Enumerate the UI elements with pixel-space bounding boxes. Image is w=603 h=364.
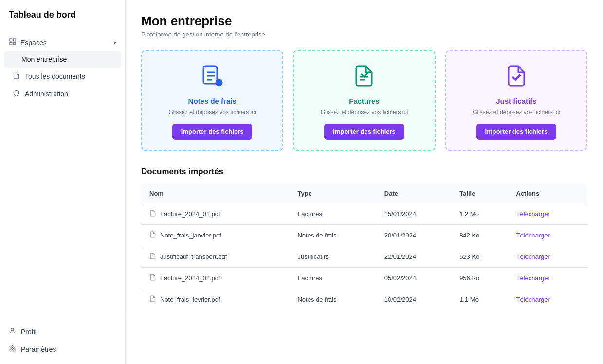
svg-point-5 [12, 348, 14, 350]
table-row: Justificatif_transport.pdf Justificatifs… [142, 246, 587, 268]
cell-taille: 1.2 Mo [452, 203, 508, 225]
svg-rect-0 [10, 39, 12, 41]
cell-nom: Note_frais_fevrier.pdf [142, 289, 290, 310]
shield-icon [13, 90, 20, 98]
cell-type: Factures [290, 203, 376, 225]
administration-label: Administration [25, 90, 68, 98]
sidebar-espaces-group[interactable]: Espaces ▾ [0, 34, 125, 51]
profil-label: Profil [21, 328, 37, 336]
cell-action: Télécharger [509, 289, 587, 310]
cell-action: Télécharger [509, 203, 587, 225]
table-row: Note_frais_janvier.pdf Notes de frais20/… [142, 225, 587, 246]
import-justificatifs-button[interactable]: Importer des fichiers [476, 124, 557, 140]
main-content: Mon entreprise Plateforme de gestion int… [126, 0, 603, 364]
card-notes-title: Notes de frais [188, 97, 237, 105]
notes-de-frais-icon: $ [201, 64, 224, 92]
file-name-text: Justificatif_transport.pdf [160, 253, 227, 260]
chevron-down-icon: ▾ [113, 39, 116, 46]
import-factures-button[interactable]: Importer des fichiers [324, 124, 404, 140]
sidebar-bottom: Profil Paramètres [0, 317, 125, 364]
sidebar-item-profil[interactable]: Profil [0, 323, 125, 341]
gear-icon [9, 345, 16, 354]
telecharger-link[interactable]: Télécharger [516, 210, 550, 218]
telecharger-link[interactable]: Télécharger [516, 232, 550, 239]
svg-rect-3 [13, 42, 16, 45]
cell-type: Factures [290, 268, 376, 289]
cell-nom: Justificatif_transport.pdf [142, 246, 290, 268]
sidebar: Tableau de bord Espaces ▾ Mon entreprise… [0, 0, 126, 364]
page-subtitle: Plateforme de gestion interne de l'entre… [141, 31, 587, 38]
svg-point-4 [11, 328, 14, 331]
file-name-text: Note_frais_janvier.pdf [160, 232, 221, 239]
file-name-text: Note_frais_fevrier.pdf [160, 296, 220, 303]
col-header-type: Type [290, 184, 376, 203]
cell-taille: 1.1 Mo [452, 289, 508, 310]
cell-taille: 842 Ko [452, 225, 508, 246]
file-icon [149, 295, 156, 304]
tous-documents-label: Tous les documents [25, 73, 85, 80]
file-icon [149, 210, 156, 218]
col-header-nom: Nom [142, 184, 290, 203]
cell-type: Notes de frais [290, 289, 376, 310]
svg-text:$: $ [218, 80, 220, 86]
cell-nom: Note_frais_janvier.pdf [142, 225, 290, 246]
table-row: Note_frais_fevrier.pdf Notes de frais10/… [142, 289, 587, 310]
telecharger-link[interactable]: Télécharger [516, 296, 550, 303]
card-factures-title: Factures [349, 97, 380, 105]
page-title: Mon entreprise [141, 14, 587, 29]
col-header-taille: Taille [452, 184, 508, 203]
cell-nom: Facture_2024_01.pdf [142, 203, 290, 225]
file-icon [149, 253, 156, 261]
documents-table: Nom Type Date Taille Actions Facture_202… [141, 183, 587, 310]
file-name-text: Facture_2024_01.pdf [160, 210, 220, 218]
telecharger-link[interactable]: Télécharger [516, 274, 550, 282]
cell-date: 22/01/2024 [377, 246, 452, 268]
col-header-date: Date [377, 184, 452, 203]
espaces-label: Espaces [20, 39, 47, 47]
svg-rect-6 [203, 66, 217, 84]
svg-rect-1 [13, 39, 16, 41]
cell-type: Notes de frais [290, 225, 376, 246]
documents-section-title: Documents importés [141, 167, 587, 177]
table-row: Facture_2024_02.pdf Factures05/02/202495… [142, 268, 587, 289]
svg-rect-2 [10, 42, 12, 45]
document-icon [13, 72, 20, 81]
sidebar-section: Espaces ▾ Mon entreprise Tous les docume… [0, 28, 125, 317]
card-justificatifs-title: Justificatifs [496, 97, 536, 105]
card-justificatifs-desc: Glissez et déposez vos fichiers ici [473, 109, 560, 116]
file-icon [149, 274, 156, 282]
sidebar-item-administration[interactable]: Administration [4, 85, 121, 103]
sidebar-title: Tableau de bord [0, 0, 125, 28]
justificatifs-icon [505, 64, 528, 92]
cell-date: 10/02/2024 [377, 289, 452, 310]
cell-date: 05/02/2024 [377, 268, 452, 289]
upload-card-factures: Factures Glissez et déposez vos fichiers… [293, 50, 435, 151]
cell-taille: 956 Ko [452, 268, 508, 289]
card-factures-desc: Glissez et déposez vos fichiers ici [321, 109, 408, 116]
cell-action: Télécharger [509, 246, 587, 268]
file-name-text: Facture_2024_02.pdf [160, 274, 220, 282]
cell-taille: 523 Ko [452, 246, 508, 268]
table-row: Facture_2024_01.pdf Factures15/01/20241.… [142, 203, 587, 225]
mon-entreprise-label: Mon entreprise [21, 55, 67, 63]
import-notes-button[interactable]: Importer des fichiers [172, 124, 253, 140]
parametres-label: Paramètres [21, 346, 56, 353]
sidebar-item-mon-entreprise[interactable]: Mon entreprise [4, 51, 121, 68]
card-notes-desc: Glissez et déposez vos fichiers ici [168, 109, 256, 116]
espaces-icon [9, 38, 17, 47]
cell-nom: Facture_2024_02.pdf [142, 268, 290, 289]
telecharger-link[interactable]: Télécharger [516, 253, 550, 260]
cell-date: 15/01/2024 [377, 203, 452, 225]
sidebar-item-parametres[interactable]: Paramètres [0, 341, 125, 358]
col-header-actions: Actions [509, 184, 587, 203]
upload-cards: $ Notes de frais Glissez et déposez vos … [141, 50, 587, 151]
cell-date: 20/01/2024 [377, 225, 452, 246]
sidebar-item-tous-documents[interactable]: Tous les documents [4, 68, 121, 85]
cell-type: Justificatifs [290, 246, 376, 268]
cell-action: Télécharger [509, 268, 587, 289]
upload-card-notes: $ Notes de frais Glissez et déposez vos … [141, 50, 283, 151]
upload-card-justificatifs: Justificatifs Glissez et déposez vos fic… [445, 50, 587, 151]
user-icon [9, 328, 16, 336]
file-icon [149, 231, 156, 239]
factures-icon [352, 64, 376, 92]
